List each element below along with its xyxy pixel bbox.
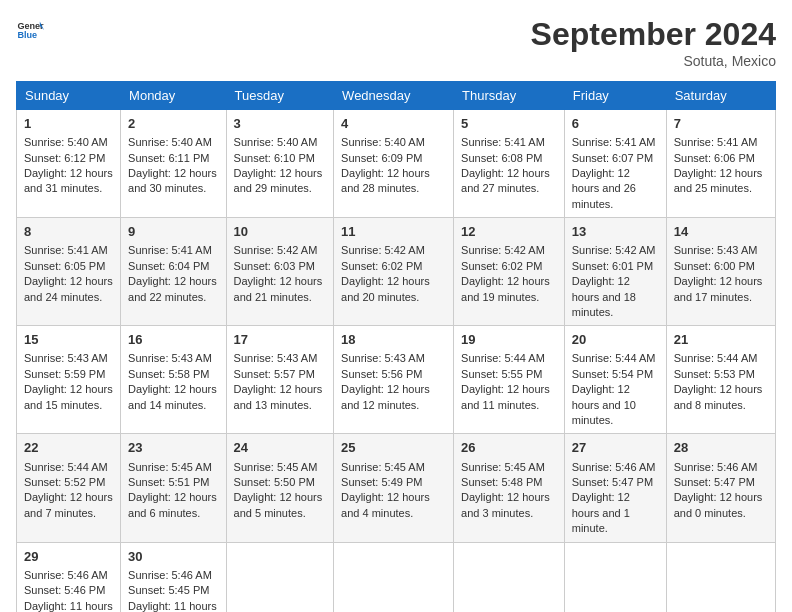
calendar-cell: [564, 542, 666, 612]
day-info: Sunrise: 5:42 AM: [234, 243, 327, 258]
calendar-cell: 22Sunrise: 5:44 AMSunset: 5:52 PMDayligh…: [17, 434, 121, 542]
logo: General Blue: [16, 16, 44, 44]
calendar-cell: 3Sunrise: 5:40 AMSunset: 6:10 PMDaylight…: [226, 110, 334, 218]
calendar-cell: 2Sunrise: 5:40 AMSunset: 6:11 PMDaylight…: [121, 110, 226, 218]
calendar-cell: 13Sunrise: 5:42 AMSunset: 6:01 PMDayligh…: [564, 218, 666, 326]
day-number: 3: [234, 115, 327, 133]
day-info: Sunrise: 5:44 AM: [24, 460, 113, 475]
day-number: 20: [572, 331, 659, 349]
calendar-cell: 7Sunrise: 5:41 AMSunset: 6:06 PMDaylight…: [666, 110, 775, 218]
day-number: 18: [341, 331, 446, 349]
calendar-cell: 9Sunrise: 5:41 AMSunset: 6:04 PMDaylight…: [121, 218, 226, 326]
calendar-cell: [666, 542, 775, 612]
day-number: 22: [24, 439, 113, 457]
svg-text:Blue: Blue: [17, 30, 37, 40]
day-number: 25: [341, 439, 446, 457]
day-info: Daylight: 11 hours and 59 minutes.: [24, 599, 113, 612]
day-info: Sunset: 6:10 PM: [234, 151, 327, 166]
day-info: Sunrise: 5:41 AM: [461, 135, 557, 150]
calendar-cell: 25Sunrise: 5:45 AMSunset: 5:49 PMDayligh…: [334, 434, 454, 542]
day-info: Daylight: 12 hours and 19 minutes.: [461, 274, 557, 305]
day-info: Daylight: 12 hours and 28 minutes.: [341, 166, 446, 197]
day-info: Daylight: 12 hours and 30 minutes.: [128, 166, 218, 197]
day-info: Sunset: 5:53 PM: [674, 367, 768, 382]
day-info: Daylight: 12 hours and 7 minutes.: [24, 490, 113, 521]
day-info: Daylight: 12 hours and 12 minutes.: [341, 382, 446, 413]
day-number: 12: [461, 223, 557, 241]
day-info: Daylight: 12 hours and 29 minutes.: [234, 166, 327, 197]
calendar-table: SundayMondayTuesdayWednesdayThursdayFrid…: [16, 81, 776, 612]
day-info: Daylight: 12 hours and 18 minutes.: [572, 274, 659, 320]
day-info: Sunrise: 5:41 AM: [572, 135, 659, 150]
day-info: Sunset: 6:12 PM: [24, 151, 113, 166]
day-info: Sunset: 6:06 PM: [674, 151, 768, 166]
day-info: Sunrise: 5:46 AM: [128, 568, 218, 583]
day-info: Sunset: 5:47 PM: [572, 475, 659, 490]
day-info: Daylight: 12 hours and 5 minutes.: [234, 490, 327, 521]
day-number: 16: [128, 331, 218, 349]
day-number: 14: [674, 223, 768, 241]
page-subtitle: Sotuta, Mexico: [531, 53, 776, 69]
page-title: September 2024: [531, 16, 776, 53]
day-number: 7: [674, 115, 768, 133]
day-info: Daylight: 12 hours and 11 minutes.: [461, 382, 557, 413]
calendar-cell: 26Sunrise: 5:45 AMSunset: 5:48 PMDayligh…: [454, 434, 565, 542]
day-info: Sunset: 5:58 PM: [128, 367, 218, 382]
day-info: Sunset: 5:47 PM: [674, 475, 768, 490]
day-info: Sunrise: 5:41 AM: [128, 243, 218, 258]
day-info: Sunrise: 5:41 AM: [674, 135, 768, 150]
day-info: Sunrise: 5:44 AM: [674, 351, 768, 366]
day-header-sunday: Sunday: [17, 82, 121, 110]
day-info: Sunset: 5:57 PM: [234, 367, 327, 382]
calendar-cell: 11Sunrise: 5:42 AMSunset: 6:02 PMDayligh…: [334, 218, 454, 326]
day-info: Sunrise: 5:42 AM: [572, 243, 659, 258]
day-info: Sunrise: 5:44 AM: [461, 351, 557, 366]
calendar-cell: 19Sunrise: 5:44 AMSunset: 5:55 PMDayligh…: [454, 326, 565, 434]
day-number: 27: [572, 439, 659, 457]
day-info: Sunset: 6:02 PM: [461, 259, 557, 274]
day-info: Daylight: 12 hours and 3 minutes.: [461, 490, 557, 521]
day-number: 9: [128, 223, 218, 241]
calendar-cell: 18Sunrise: 5:43 AMSunset: 5:56 PMDayligh…: [334, 326, 454, 434]
week-row-4: 22Sunrise: 5:44 AMSunset: 5:52 PMDayligh…: [17, 434, 776, 542]
day-info: Sunrise: 5:40 AM: [24, 135, 113, 150]
day-header-thursday: Thursday: [454, 82, 565, 110]
day-info: Daylight: 12 hours and 15 minutes.: [24, 382, 113, 413]
day-info: Daylight: 12 hours and 24 minutes.: [24, 274, 113, 305]
calendar-cell: 24Sunrise: 5:45 AMSunset: 5:50 PMDayligh…: [226, 434, 334, 542]
day-info: Sunset: 5:49 PM: [341, 475, 446, 490]
calendar-cell: 10Sunrise: 5:42 AMSunset: 6:03 PMDayligh…: [226, 218, 334, 326]
calendar-cell: 14Sunrise: 5:43 AMSunset: 6:00 PMDayligh…: [666, 218, 775, 326]
week-row-2: 8Sunrise: 5:41 AMSunset: 6:05 PMDaylight…: [17, 218, 776, 326]
day-header-saturday: Saturday: [666, 82, 775, 110]
calendar-cell: 8Sunrise: 5:41 AMSunset: 6:05 PMDaylight…: [17, 218, 121, 326]
day-header-friday: Friday: [564, 82, 666, 110]
calendar-cell: [334, 542, 454, 612]
day-info: Daylight: 12 hours and 13 minutes.: [234, 382, 327, 413]
day-info: Sunrise: 5:40 AM: [128, 135, 218, 150]
day-info: Sunset: 5:46 PM: [24, 583, 113, 598]
day-number: 8: [24, 223, 113, 241]
day-header-wednesday: Wednesday: [334, 82, 454, 110]
day-info: Sunset: 5:51 PM: [128, 475, 218, 490]
day-number: 10: [234, 223, 327, 241]
day-info: Sunrise: 5:45 AM: [341, 460, 446, 475]
day-number: 4: [341, 115, 446, 133]
day-number: 13: [572, 223, 659, 241]
calendar-cell: 17Sunrise: 5:43 AMSunset: 5:57 PMDayligh…: [226, 326, 334, 434]
day-info: Sunset: 5:55 PM: [461, 367, 557, 382]
day-info: Daylight: 12 hours and 8 minutes.: [674, 382, 768, 413]
calendar-cell: 12Sunrise: 5:42 AMSunset: 6:02 PMDayligh…: [454, 218, 565, 326]
day-info: Sunrise: 5:40 AM: [341, 135, 446, 150]
day-info: Sunset: 5:50 PM: [234, 475, 327, 490]
page-header: General Blue September 2024 Sotuta, Mexi…: [16, 16, 776, 69]
week-row-5: 29Sunrise: 5:46 AMSunset: 5:46 PMDayligh…: [17, 542, 776, 612]
day-info: Daylight: 11 hours and 58 minutes.: [128, 599, 218, 612]
day-info: Sunset: 6:11 PM: [128, 151, 218, 166]
day-info: Sunset: 5:45 PM: [128, 583, 218, 598]
day-info: Sunrise: 5:42 AM: [341, 243, 446, 258]
calendar-cell: 29Sunrise: 5:46 AMSunset: 5:46 PMDayligh…: [17, 542, 121, 612]
day-info: Sunset: 5:59 PM: [24, 367, 113, 382]
day-info: Sunset: 6:02 PM: [341, 259, 446, 274]
calendar-cell: 27Sunrise: 5:46 AMSunset: 5:47 PMDayligh…: [564, 434, 666, 542]
